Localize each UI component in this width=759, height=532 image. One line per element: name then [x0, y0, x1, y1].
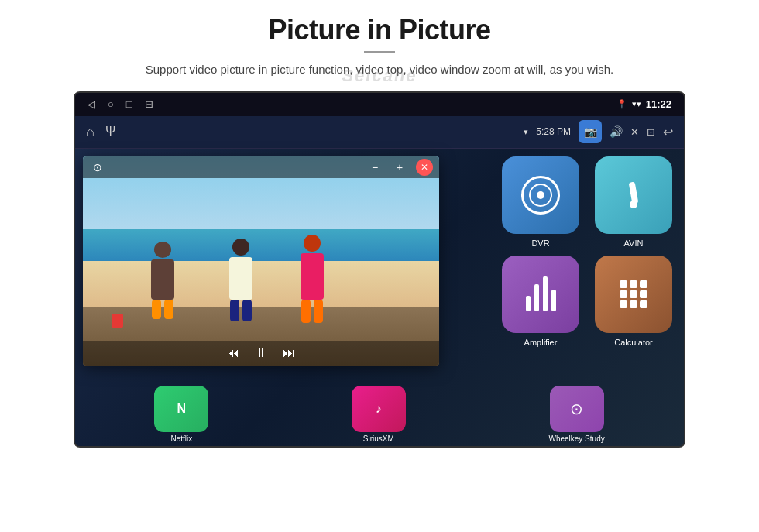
right-apps-grid: DVR AVIN: [498, 156, 676, 347]
netflix-bottom-app[interactable]: N Netflix: [154, 386, 208, 443]
dvr-icon: [521, 176, 560, 215]
avin-icon-box: [595, 156, 672, 234]
title-divider: [364, 51, 395, 53]
bottom-apps-row: N Netflix ♪ SiriusXM ⊙ Wheelkey Study: [83, 386, 676, 446]
amplifier-label: Amplifier: [524, 338, 558, 347]
camera-button[interactable]: 📷: [579, 120, 602, 143]
siriusxm-bottom-icon: ♪: [352, 386, 406, 432]
back-nav-icon[interactable]: ◁: [88, 98, 95, 110]
pause-btn[interactable]: ⏸: [255, 346, 267, 360]
avin-icon: [630, 182, 637, 208]
sand: [83, 261, 439, 314]
video-content: [83, 156, 439, 366]
amplifier-app[interactable]: Amplifier: [498, 256, 583, 347]
pip-top-bar: ⊙ − + ✕: [83, 156, 439, 178]
amp-icon: [526, 276, 556, 311]
home-icon[interactable]: ⌂: [86, 124, 94, 140]
dvr-label: DVR: [531, 239, 549, 248]
location-icon: 📍: [616, 99, 627, 109]
avin-label: AVIN: [624, 239, 644, 248]
person1: [147, 242, 178, 319]
action-bar-left: ⌂ Ψ: [86, 124, 115, 140]
subtitle-text: Support video picture in picture functio…: [146, 63, 613, 76]
action-time: 5:28 PM: [536, 126, 571, 137]
calculator-app[interactable]: Calculator: [591, 256, 676, 347]
wheelkey-bottom-label: Wheelkey Study: [548, 434, 604, 443]
pip-close-btn[interactable]: ✕: [416, 159, 433, 176]
action-back-icon[interactable]: ↩: [663, 125, 673, 139]
pip-expand-btn[interactable]: +: [391, 159, 408, 176]
prev-btn[interactable]: ⏮: [227, 346, 239, 360]
person3: [297, 235, 328, 328]
dvr-inner: [529, 184, 552, 207]
page-wrapper: Picture in Picture Seicane Support video…: [0, 0, 759, 532]
screenshot-nav-icon[interactable]: ⊟: [145, 98, 153, 110]
status-bar-right: 📍 ▾▾ 11:22: [616, 98, 671, 110]
pip-controls: − + ✕: [366, 159, 433, 176]
main-content: ⊙ − + ✕: [75, 149, 684, 446]
pip-record-icon[interactable]: ⊙: [89, 159, 106, 176]
close-icon[interactable]: ✕: [630, 126, 639, 138]
amp-icon-box: [502, 256, 579, 333]
dvr-icon-box: [502, 156, 579, 234]
next-btn[interactable]: ⏭: [283, 346, 295, 360]
calc-icon-box: [595, 256, 672, 333]
volume-icon[interactable]: 🔊: [610, 125, 623, 138]
page-title: Picture in Picture: [268, 14, 490, 46]
status-bar-nav: ◁ ○ □ ⊟: [88, 98, 153, 110]
siriusxm-bottom-app[interactable]: ♪ SiriusXM: [352, 386, 406, 443]
device-frame: ◁ ○ □ ⊟ 📍 ▾▾ 11:22 ⌂ Ψ ▾ 5:28 PM 📷 🔊: [74, 91, 685, 448]
siriusxm-bottom-label: SiriusXM: [363, 434, 394, 443]
status-bar: ◁ ○ □ ⊟ 📍 ▾▾ 11:22: [75, 93, 684, 116]
calc-icon: [620, 280, 647, 308]
pip-bottom-bar: ⏮ ⏸ ⏭: [83, 341, 439, 366]
pip-container[interactable]: ⊙ − + ✕: [83, 156, 439, 366]
home-nav-icon[interactable]: ○: [108, 98, 114, 110]
status-time: 11:22: [646, 98, 671, 110]
calculator-label: Calculator: [614, 338, 653, 347]
wheelkey-bottom-icon: ⊙: [550, 386, 604, 432]
netflix-bottom-label: Netflix: [170, 434, 192, 443]
wheelkey-bottom-app[interactable]: ⊙ Wheelkey Study: [548, 386, 604, 443]
window-icon[interactable]: ⊡: [647, 126, 655, 138]
recents-nav-icon[interactable]: □: [126, 98, 132, 110]
avin-app[interactable]: AVIN: [591, 156, 676, 248]
action-bar-right: ▾ 5:28 PM 📷 🔊 ✕ ⊡ ↩: [524, 120, 673, 143]
dvr-center: [537, 191, 544, 199]
pip-minimize-btn[interactable]: −: [366, 159, 383, 176]
netflix-bottom-icon: N: [154, 386, 208, 432]
person2: [225, 239, 256, 324]
subtitle-container: Seicane Support video picture in picture…: [146, 61, 613, 79]
dvr-app[interactable]: DVR: [498, 156, 583, 248]
action-bar: ⌂ Ψ ▾ 5:28 PM 📷 🔊 ✕ ⊡ ↩: [75, 116, 684, 149]
pip-record-btn[interactable]: ⊙: [89, 159, 106, 176]
signal-icon: ▾▾: [632, 99, 641, 109]
wifi-signal-icon: ▾: [524, 127, 528, 137]
usb-icon[interactable]: Ψ: [105, 125, 115, 139]
bucket: [112, 314, 123, 328]
